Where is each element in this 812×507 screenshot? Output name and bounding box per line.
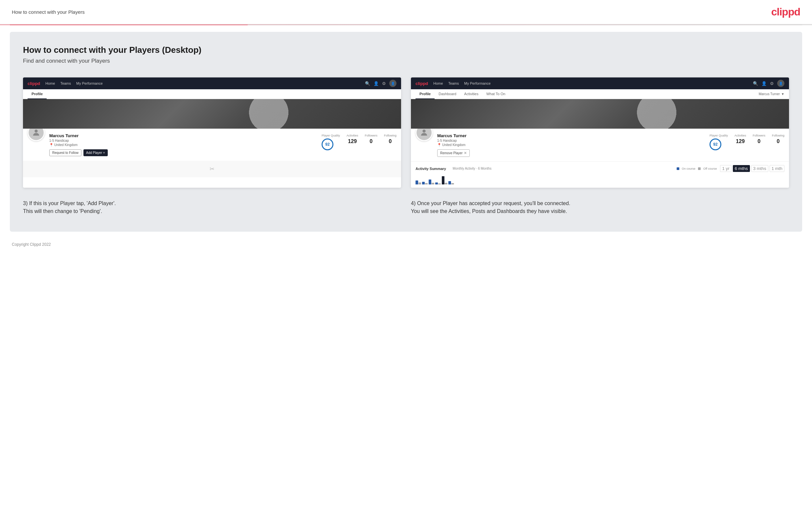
svg-point-0 [35, 130, 38, 132]
screenshot-2: clippd Home Teams My Performance 🔍 👤 ⚙ 👤… [411, 77, 789, 188]
user-icon-1[interactable]: 👤 [373, 81, 379, 86]
bar-group-6 [448, 181, 454, 184]
location-icon-2: 📍 [437, 143, 441, 147]
player-stats-2: Player Quality 92 Activities 129 Followe… [710, 132, 784, 150]
stat-quality-2: Player Quality 92 [710, 134, 728, 150]
quality-circle-1: 92 [321, 138, 334, 150]
off-course-legend-dot [698, 167, 701, 170]
stat-followers-1: Followers 0 [365, 134, 377, 145]
mock-logo-2: clippd [415, 81, 428, 86]
off-course-legend-label: Off course [703, 167, 717, 170]
settings-icon-1[interactable]: ⚙ [382, 81, 386, 86]
footer: Copyright Clippd 2022 [0, 238, 812, 251]
bar-group-5 [442, 176, 447, 184]
mock-nav-performance-2[interactable]: My Performance [464, 81, 491, 85]
top-bar: How to connect with your Players clippd [0, 0, 812, 24]
follow-button-1[interactable]: Request to Follow [49, 149, 82, 156]
page-title: How to connect with your Players [12, 9, 85, 15]
caption-left-text: 3) If this is your Player tap, 'Add Play… [23, 200, 401, 215]
mock-banner-1 [23, 99, 401, 129]
activity-header: Activity Summary Monthly Activity · 6 Mo… [415, 165, 784, 172]
bar-group-3 [429, 179, 434, 184]
copyright-text: Copyright Clippd 2022 [12, 242, 51, 247]
main-content: How to connect with your Players (Deskto… [10, 32, 802, 232]
banner-image-1 [23, 99, 401, 129]
player-name-1: Marcus Turner [49, 133, 317, 138]
followers-label-2: Followers [753, 134, 765, 137]
avatar-person-icon-1 [32, 128, 41, 137]
player-handicap-2: 1-5 Handicap [437, 139, 705, 143]
following-label-1: Following [384, 134, 397, 137]
avatar-icon-1: 👤 [391, 82, 395, 85]
tab-profile-1[interactable]: Profile [28, 89, 47, 99]
tab-user-label-2: Marcus Turner ▼ [759, 89, 784, 99]
captions-row: 3) If this is your Player tap, 'Add Play… [23, 200, 789, 215]
quality-label-1: Player Quality [321, 134, 340, 137]
bar-oncourse-5 [442, 176, 445, 184]
player-handicap-1: 1-5 Handicap [49, 139, 317, 143]
mock-nav-icons-1: 🔍 👤 ⚙ 👤 [365, 80, 397, 87]
player-stats-1: Player Quality 92 Activities 129 Followe… [321, 132, 397, 150]
followers-value-1: 0 [365, 138, 377, 145]
svg-point-1 [422, 130, 425, 132]
bar-offcourse-1 [418, 182, 421, 184]
user-icon-2[interactable]: 👤 [761, 81, 767, 86]
tab-activities-2[interactable]: Activities [460, 89, 482, 99]
search-icon-1[interactable]: 🔍 [365, 81, 370, 86]
quality-label-2: Player Quality [710, 134, 728, 137]
on-course-legend-label: On course [682, 167, 696, 170]
tab-dashboard-2[interactable]: Dashboard [435, 89, 460, 99]
tab-profile-2[interactable]: Profile [415, 89, 435, 99]
filter-3mths[interactable]: 3 mths [751, 165, 768, 172]
following-label-2: Following [772, 134, 784, 137]
filter-1yr[interactable]: 1 yr [720, 165, 731, 172]
following-value-1: 0 [384, 138, 397, 145]
avatar-icon-2: 👤 [779, 82, 783, 85]
activities-value-2: 129 [734, 138, 746, 145]
profile-info-2: Marcus Turner 1-5 Handicap 📍 United King… [437, 132, 705, 157]
activity-period: Monthly Activity · 6 Months [453, 167, 492, 170]
mock-nav-teams-1[interactable]: Teams [60, 81, 71, 85]
tab-whattoon-2[interactable]: What To On [482, 89, 509, 99]
activity-title: Activity Summary [415, 167, 446, 171]
nav-avatar-1[interactable]: 👤 [389, 80, 397, 87]
mock-nav-2: clippd Home Teams My Performance 🔍 👤 ⚙ 👤 [411, 77, 789, 89]
activities-label-1: Activities [347, 134, 358, 137]
activity-summary: Activity Summary Monthly Activity · 6 Mo… [411, 161, 789, 188]
page-heading: How to connect with your Players (Deskto… [23, 45, 789, 55]
filter-1mth[interactable]: 1 mth [770, 165, 784, 172]
activity-legend: On course Off course [677, 167, 717, 170]
time-filters: 1 yr 6 mths 3 mths 1 mth [720, 165, 784, 172]
player-location-2: 📍 United Kingdom [437, 143, 705, 147]
mock-logo-1: clippd [28, 81, 40, 86]
bar-offcourse-6 [451, 183, 454, 184]
followers-value-2: 0 [753, 138, 765, 145]
location-icon-1: 📍 [49, 143, 53, 147]
following-value-2: 0 [772, 138, 784, 145]
mock-nav-teams-2[interactable]: Teams [448, 81, 459, 85]
mock-nav-performance-1[interactable]: My Performance [76, 81, 103, 85]
player-name-2: Marcus Turner [437, 133, 705, 138]
filter-6mths[interactable]: 6 mths [733, 165, 750, 172]
activities-value-1: 129 [347, 138, 358, 145]
mock-nav-icons-2: 🔍 👤 ⚙ 👤 [753, 80, 784, 87]
chart-bars [415, 175, 784, 184]
settings-icon-2[interactable]: ⚙ [770, 81, 774, 86]
followers-label-1: Followers [365, 134, 377, 137]
bar-oncourse-1 [415, 180, 418, 184]
remove-player-button[interactable]: Remove Player ✕ [437, 149, 470, 157]
mock-banner-2 [411, 99, 789, 129]
page-subheading: Find and connect with your Players [23, 58, 789, 64]
divider [10, 24, 802, 25]
mock-nav-home-1[interactable]: Home [45, 81, 55, 85]
add-player-button-1[interactable]: Add Player + [84, 149, 108, 156]
search-icon-2[interactable]: 🔍 [753, 81, 758, 86]
clippd-logo: clippd [771, 6, 800, 18]
avatar-person-icon-2 [419, 128, 429, 137]
stat-following-1: Following 0 [384, 134, 397, 145]
bar-group-2 [422, 182, 428, 184]
banner-image-2 [411, 99, 789, 129]
caption-right-text: 4) Once your Player has accepted your re… [411, 200, 789, 215]
nav-avatar-2[interactable]: 👤 [777, 80, 784, 87]
mock-nav-home-2[interactable]: Home [433, 81, 443, 85]
